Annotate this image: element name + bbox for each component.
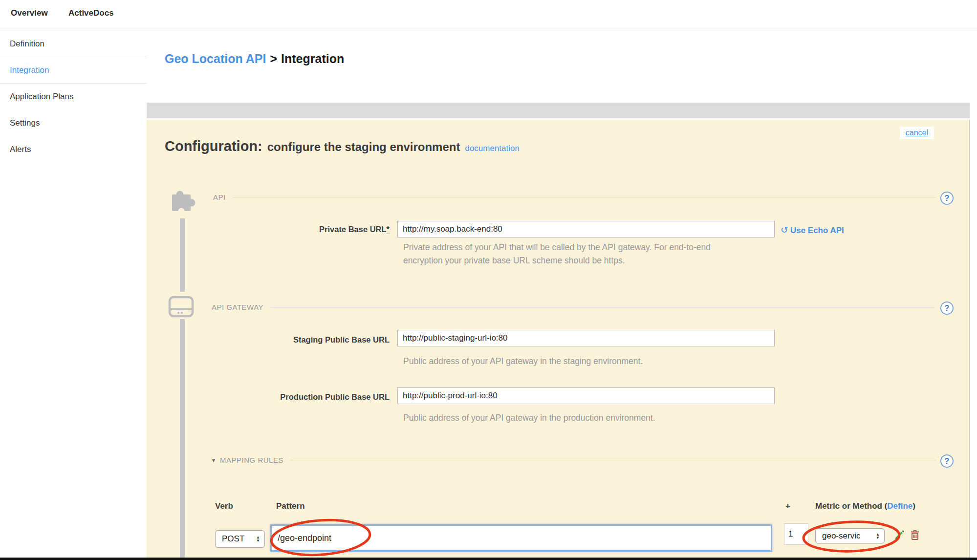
breadcrumb-separator: >: [266, 52, 281, 65]
metric-select[interactable]: geo-servic ▲▼: [815, 528, 885, 543]
configuration-title: Configuration:: [165, 138, 262, 154]
puzzle-icon: [170, 188, 197, 215]
select-updown-arrows-icon: ▲▼: [256, 536, 260, 542]
section-rule: [270, 307, 934, 307]
screenshot-bottom-edge: [0, 558, 977, 560]
column-header-pattern: Pattern: [276, 501, 305, 511]
sidebar-item-integration[interactable]: Integration: [0, 57, 147, 84]
cancel-link[interactable]: cancel: [906, 129, 928, 137]
section-label-gateway: API GATEWAY: [212, 303, 263, 311]
metric-header-close: ): [912, 501, 915, 511]
production-public-base-url-input[interactable]: [397, 388, 775, 404]
sidebar-item-settings[interactable]: Settings: [0, 110, 147, 136]
breadcrumb-service-link[interactable]: Geo Location API: [165, 52, 266, 65]
section-rule: [290, 460, 936, 460]
private-base-url-input[interactable]: [397, 221, 775, 237]
required-mark: *: [387, 225, 390, 234]
verb-select[interactable]: POST ▲▼: [215, 530, 265, 548]
position-input[interactable]: [784, 523, 808, 545]
pattern-input[interactable]: [270, 524, 772, 552]
breadcrumb: Geo Location API>Integration: [165, 52, 344, 66]
section-label-api: API: [213, 193, 226, 201]
metric-header-text: Metric or Method (: [815, 501, 887, 511]
sidebar-item-definition[interactable]: Definition: [0, 31, 147, 57]
use-echo-api-label: Use Echo API: [790, 226, 844, 235]
production-public-base-url-help: Public address of your API gateway in th…: [403, 411, 655, 425]
verb-select-value: POST: [222, 534, 244, 544]
define-link[interactable]: Define: [887, 501, 912, 511]
staging-public-base-url-label: Staging Public Base URL: [165, 335, 390, 345]
collapse-triangle-icon[interactable]: ▾: [212, 457, 215, 464]
sidebar: Definition Integration Application Plans…: [0, 31, 147, 163]
private-base-url-help: Private address of your API that will be…: [403, 241, 721, 267]
use-echo-api-link[interactable]: ↺Use Echo API: [781, 224, 844, 236]
section-rule: [233, 197, 936, 197]
column-header-position: +: [785, 501, 790, 511]
staging-public-base-url-help: Public address of your API gateway in th…: [403, 355, 643, 368]
column-header-metric: Metric or Method (Define): [815, 501, 915, 511]
sidebar-item-alerts[interactable]: Alerts: [0, 136, 147, 163]
section-header-gateway: API GATEWAY: [212, 303, 934, 311]
nav-activedocs[interactable]: ActiveDocs: [68, 8, 114, 18]
staging-public-base-url-input[interactable]: [397, 330, 775, 346]
sidebar-item-application-plans[interactable]: Application Plans: [0, 84, 147, 110]
section-header-mapping-rules: ▾ MAPPING RULES: [212, 456, 936, 464]
integration-configuration-panel: cancel Configuration: configure the stag…: [147, 120, 970, 560]
private-base-url-label: Private Base URL*: [165, 225, 390, 234]
echo-refresh-icon: ↺: [781, 225, 788, 235]
metric-select-value: geo-servic: [822, 531, 860, 541]
nav-overview[interactable]: Overview: [11, 8, 48, 18]
edit-pencil-icon[interactable]: [893, 529, 905, 541]
section-header-api: API: [213, 193, 936, 201]
delete-trash-icon[interactable]: [909, 529, 921, 541]
top-nav: Overview ActiveDocs: [0, 0, 977, 30]
breadcrumb-current: Integration: [281, 52, 344, 65]
help-icon-api[interactable]: ?: [940, 192, 954, 205]
production-public-base-url-label: Production Public Base URL: [165, 392, 390, 402]
documentation-link[interactable]: documentation: [465, 144, 520, 153]
help-icon-gateway[interactable]: ?: [940, 302, 954, 315]
configuration-subtitle: configure the staging environment: [267, 140, 460, 154]
select-updown-arrows-icon: ▲▼: [876, 533, 880, 539]
section-connector-line: [180, 319, 185, 560]
configuration-heading: Configuration: configure the staging env…: [165, 138, 520, 154]
gateway-server-icon: [168, 296, 195, 318]
cancel-chip: cancel: [900, 127, 934, 139]
section-label-mapping-rules: MAPPING RULES: [220, 456, 283, 464]
panel-header-bar: [147, 103, 970, 118]
page: Overview ActiveDocs Definition Integrati…: [0, 0, 977, 560]
column-header-verb: Verb: [215, 501, 233, 511]
private-base-url-label-text: Private Base URL: [319, 225, 387, 234]
help-icon-mapping-rules[interactable]: ?: [940, 454, 954, 468]
